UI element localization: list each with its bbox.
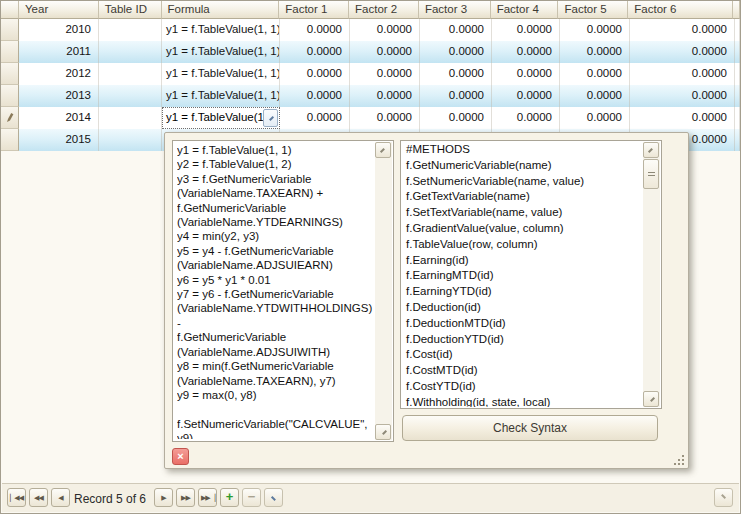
- cell-factor-5[interactable]: 0.0000: [560, 19, 630, 41]
- cell-factor-6[interactable]: 0.0000: [630, 63, 735, 85]
- cell-factor-1[interactable]: 0.0000: [280, 41, 350, 63]
- cell-factor-2[interactable]: 0.0000: [350, 63, 420, 85]
- cell-formula[interactable]: y1 = f.TableValue(1, 1): [162, 19, 280, 41]
- method-list-item[interactable]: f.TableValue(row, column): [402, 237, 641, 253]
- header-factor-4[interactable]: Factor 4: [491, 1, 559, 19]
- header-formula[interactable]: Formula: [162, 1, 280, 19]
- prev-record-button[interactable]: ◀: [51, 488, 70, 507]
- method-list-item[interactable]: f.GetTextVariable(name): [402, 189, 641, 205]
- cell-factor-3[interactable]: 0.0000: [420, 19, 492, 41]
- cell-factor-1[interactable]: 0.0000: [280, 63, 350, 85]
- formula-code-textarea[interactable]: y1 = f.TableValue(1, 1) y2 = f.TableValu…: [177, 143, 373, 439]
- cell-year[interactable]: 2011: [19, 41, 99, 63]
- cell-formula[interactable]: y1 = f.TableValue(1, 1): [162, 41, 280, 63]
- cell-year[interactable]: 2012: [19, 63, 99, 85]
- cell-factor-6[interactable]: 0.0000: [630, 85, 735, 107]
- cell-table-id[interactable]: [99, 41, 162, 63]
- header-year[interactable]: Year: [19, 1, 99, 19]
- header-factor-3[interactable]: Factor 3: [419, 1, 491, 19]
- scroll-down-button[interactable]: [643, 391, 659, 407]
- last-record-button[interactable]: ▶▶▕: [198, 488, 217, 507]
- method-list-item[interactable]: f.EarningMTD(id): [402, 268, 641, 284]
- cell-factor-2[interactable]: 0.0000: [350, 19, 420, 41]
- method-list-item[interactable]: f.DeductionMTD(id): [402, 316, 641, 332]
- cell-factor-3[interactable]: 0.0000: [420, 107, 492, 129]
- cell-year[interactable]: 2013: [19, 85, 99, 107]
- method-list-item[interactable]: f.SetNumericVariable(name, value): [402, 174, 641, 190]
- method-list-item[interactable]: f.EarningYTD(id): [402, 284, 641, 300]
- formula-dropdown-button[interactable]: [263, 109, 278, 127]
- cell-factor-3[interactable]: 0.0000: [420, 85, 492, 107]
- cell-factor-6[interactable]: 0.0000: [630, 41, 735, 63]
- cell-table-id[interactable]: [99, 19, 162, 41]
- scroll-up-button[interactable]: [643, 142, 659, 158]
- cell-factor-6[interactable]: 0.0000: [630, 107, 735, 129]
- next-page-button[interactable]: ▶▶: [176, 488, 195, 507]
- cell-factor-3[interactable]: 0.0000: [420, 63, 492, 85]
- cell-factor-5[interactable]: 0.0000: [560, 107, 630, 129]
- method-list-item[interactable]: f.CostYTD(id): [402, 379, 641, 395]
- methods-scrollbar[interactable]: [643, 142, 660, 407]
- cell-factor-1[interactable]: 0.0000: [280, 19, 350, 41]
- method-list-item[interactable]: f.Withholding(id, state, local): [402, 395, 641, 407]
- cell-factor-4[interactable]: 0.0000: [492, 107, 560, 129]
- cell-factor-5[interactable]: 0.0000: [560, 85, 630, 107]
- check-syntax-button[interactable]: Check Syntax: [402, 415, 658, 441]
- cell-formula[interactable]: y1 = f.TableValue(1, 1): [162, 85, 280, 107]
- prev-page-button[interactable]: ◀◀: [29, 488, 48, 507]
- scrollbar-thumb[interactable]: [643, 159, 659, 189]
- method-list-item[interactable]: f.SetTextVariable(name, value): [402, 205, 641, 221]
- cell-factor-3[interactable]: 0.0000: [420, 41, 492, 63]
- cell-year[interactable]: 2014: [19, 107, 99, 129]
- row-selector[interactable]: [1, 85, 19, 107]
- cell-factor-5[interactable]: 0.0000: [560, 41, 630, 63]
- delete-record-button[interactable]: −: [242, 488, 261, 507]
- hscroll-left-button[interactable]: [264, 488, 283, 507]
- row-selector[interactable]: [1, 63, 19, 85]
- cell-table-id[interactable]: [99, 107, 162, 129]
- cell-table-id[interactable]: [99, 129, 162, 151]
- add-record-button[interactable]: +: [220, 488, 239, 507]
- header-factor-6[interactable]: Factor 6: [628, 1, 733, 19]
- cell-factor-4[interactable]: 0.0000: [492, 41, 560, 63]
- header-factor-5[interactable]: Factor 5: [558, 1, 628, 19]
- method-list-item[interactable]: f.Cost(id): [402, 347, 641, 363]
- method-list-item[interactable]: f.GradientValue(value, column): [402, 221, 641, 237]
- row-selector[interactable]: [1, 41, 19, 63]
- method-list-item[interactable]: f.Earning(id): [402, 253, 641, 269]
- cell-year[interactable]: 2015: [19, 129, 99, 151]
- hscroll-right-button[interactable]: [714, 488, 733, 507]
- cell-formula[interactable]: y1 = f.TableValue(1, 1): [162, 63, 280, 85]
- cell-factor-2[interactable]: 0.0000: [350, 85, 420, 107]
- cell-factor-5[interactable]: 0.0000: [560, 63, 630, 85]
- code-scrollbar[interactable]: [375, 142, 392, 440]
- first-record-button[interactable]: ▏◀◀: [7, 488, 26, 507]
- method-list-item[interactable]: f.DeductionYTD(id): [402, 332, 641, 348]
- scroll-up-button[interactable]: [375, 142, 391, 158]
- scroll-down-button[interactable]: [375, 424, 391, 440]
- row-selector[interactable]: [1, 19, 19, 41]
- cell-factor-4[interactable]: 0.0000: [492, 85, 560, 107]
- cell-factor-2[interactable]: 0.0000: [350, 41, 420, 63]
- cell-factor-2[interactable]: 0.0000: [350, 107, 420, 129]
- row-selector[interactable]: [1, 129, 19, 151]
- method-list-item[interactable]: #METHODS: [402, 142, 641, 158]
- cell-factor-1[interactable]: 0.0000: [280, 107, 350, 129]
- cell-table-id[interactable]: [99, 85, 162, 107]
- formula-editor-cell[interactable]: y1 = f.TableValue(1,: [162, 107, 280, 129]
- cell-year[interactable]: 2010: [19, 19, 99, 41]
- header-table-id[interactable]: Table ID: [99, 1, 162, 19]
- method-list-item[interactable]: f.CostMTD(id): [402, 363, 641, 379]
- next-record-button[interactable]: ▶: [154, 488, 173, 507]
- row-selector[interactable]: [1, 107, 19, 129]
- cell-factor-4[interactable]: 0.0000: [492, 63, 560, 85]
- cell-table-id[interactable]: [99, 63, 162, 85]
- cell-factor-6[interactable]: 0.0000: [630, 19, 735, 41]
- close-popup-button[interactable]: ×: [172, 448, 189, 465]
- method-list-item[interactable]: f.Deduction(id): [402, 300, 641, 316]
- header-factor-2[interactable]: Factor 2: [349, 1, 419, 19]
- resize-grip[interactable]: [674, 455, 684, 465]
- cell-factor-1[interactable]: 0.0000: [280, 85, 350, 107]
- cell-factor-4[interactable]: 0.0000: [492, 19, 560, 41]
- header-factor-1[interactable]: Factor 1: [279, 1, 349, 19]
